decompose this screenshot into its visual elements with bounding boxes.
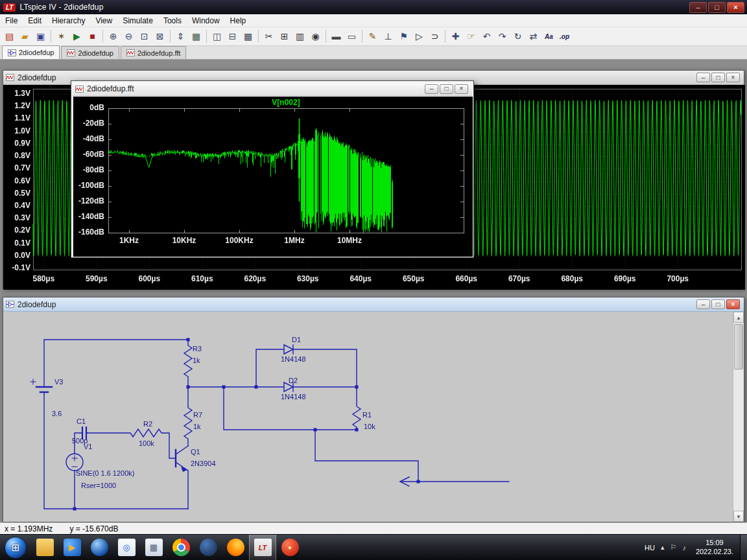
tile-vertically-button[interactable]: ◫	[209, 29, 224, 44]
close-button[interactable]: ×	[726, 73, 740, 82]
schematic-window-titlebar[interactable]: 2diodefdup–□×	[3, 298, 744, 312]
maximize-button[interactable]: □	[711, 73, 725, 82]
text-button[interactable]: Aa	[541, 29, 556, 44]
zoom-full-extents-button[interactable]: ⊠	[152, 29, 167, 44]
tab-1-2diodefdup[interactable]: 2diodefdup	[2, 45, 60, 59]
volume-icon[interactable]: ♪	[682, 544, 686, 552]
plot-settings-button[interactable]: ▦	[189, 29, 204, 44]
taskbar-blue-orb-app[interactable]	[86, 535, 113, 560]
menu-tools[interactable]: Tools	[158, 14, 187, 27]
minimize-button[interactable]: –	[425, 84, 438, 94]
wave-x-tick-label: 590µs	[77, 274, 116, 283]
tile-horizontally-button[interactable]: ⊟	[225, 29, 240, 44]
label-r1-value: 10k	[364, 423, 375, 430]
close-button[interactable]: ×	[455, 84, 468, 94]
schematic-scrollbar[interactable]: ▴ ▾	[733, 312, 744, 522]
net-label-button[interactable]: ⚑	[396, 29, 411, 44]
cascade-windows-button[interactable]: ▩	[241, 29, 255, 44]
show-desktop-button[interactable]	[740, 535, 747, 560]
move-button[interactable]: ✚	[448, 29, 463, 44]
action-center-flag-icon[interactable]: ⚐	[670, 543, 677, 552]
copy-button[interactable]: ⊞	[277, 29, 292, 44]
print-preview-button[interactable]: ▭	[344, 29, 359, 44]
taskbar-media-player[interactable]: ▶	[58, 535, 86, 560]
component-d1-diode[interactable]	[284, 345, 293, 354]
run-simulation-button[interactable]: ▶	[69, 29, 84, 44]
control-panel-button[interactable]: ✶	[54, 29, 69, 44]
menu-window[interactable]: Window	[187, 14, 225, 27]
taskbar-chrome[interactable]	[167, 535, 195, 560]
maximize-button[interactable]: □	[711, 299, 725, 309]
component-button[interactable]: ⊃	[427, 29, 442, 44]
taskbar-image-viewer[interactable]: ◎	[113, 535, 140, 560]
ground-button[interactable]: ⊥	[381, 29, 396, 44]
fft-plot-area[interactable]: V[n002] 0dB-20dB-40dB-60dB-80dB-100dB-12…	[73, 97, 471, 255]
cut-button[interactable]: ✂	[261, 29, 276, 44]
scrollbar-thumb[interactable]	[734, 324, 743, 369]
find-button[interactable]: ◉	[308, 29, 323, 44]
tab-3-2diodefdup.fft[interactable]: 2diodefdup.fft	[121, 46, 186, 59]
drag-button[interactable]: ☞	[464, 29, 479, 44]
spice-directive-button[interactable]: .op	[557, 29, 572, 44]
redo-button[interactable]: ↷	[495, 29, 510, 44]
tab-2-2diodefdup[interactable]: 2diodefdup	[61, 46, 119, 59]
menu-help[interactable]: Help	[225, 14, 252, 27]
scrollbar-track[interactable]	[733, 323, 744, 511]
menu-hierarchy[interactable]: Hierarchy	[47, 14, 90, 27]
mirror-button[interactable]: ⇄	[526, 29, 541, 44]
schematic-canvas[interactable]: V3 3.6 R3 1k D1 1N4148 D2 1N4148 R1 10k …	[3, 312, 734, 522]
paste-button[interactable]: ▥	[292, 29, 307, 44]
component-r1-resistor[interactable]	[353, 387, 361, 430]
component-r7-resistor[interactable]	[184, 387, 192, 446]
menu-simulate[interactable]: Simulate	[117, 14, 158, 27]
title-bar[interactable]: LT LTspice IV - 2diodefdup –□×	[0, 0, 747, 14]
undo-button[interactable]: ↶	[479, 29, 494, 44]
menu-edit[interactable]: Edit	[23, 14, 47, 27]
fft-window-titlebar[interactable]: 2diodefdup.fft–□×	[73, 82, 472, 96]
ltspice-icon: LT	[254, 539, 272, 556]
scroll-up-button[interactable]: ▴	[733, 312, 744, 323]
wave-y-tick-label: 1.3V	[5, 89, 30, 98]
zoom-back-button[interactable]: ⊖	[121, 29, 136, 44]
schematic-editor[interactable]: V3 3.6 R3 1k D1 1N4148 D2 1N4148 R1 10k …	[3, 312, 744, 522]
taskbar-calculator[interactable]: ▦	[140, 535, 167, 560]
fft-trace-label[interactable]: V[n002]	[108, 98, 464, 107]
taskbar-windows-explorer[interactable]	[31, 535, 58, 560]
open-file-button[interactable]: ▰	[18, 29, 32, 44]
desktop: { "titlebar": { "logo": "LT", "title": "…	[0, 0, 747, 560]
taskbar-dark-blue-app[interactable]	[195, 535, 222, 560]
scroll-down-button[interactable]: ▾	[733, 511, 744, 522]
zoom-in-button[interactable]: ⊕	[106, 29, 121, 44]
start-button[interactable]: ⊞	[0, 535, 31, 560]
component-q1-transistor[interactable]	[176, 446, 188, 509]
component-v3-battery[interactable]	[30, 379, 52, 392]
menu-view[interactable]: View	[90, 14, 117, 27]
window-maximize-button[interactable]: □	[708, 2, 726, 13]
language-indicator[interactable]: HU	[645, 544, 655, 552]
close-button[interactable]: ×	[726, 299, 740, 309]
autorange-y-axis-button[interactable]: ⇕	[173, 29, 188, 44]
taskbar-ltspice[interactable]: LT	[249, 535, 276, 560]
minimize-button[interactable]: –	[696, 299, 710, 309]
halt-simulation-button[interactable]: ■	[85, 29, 100, 44]
save-button[interactable]: ▣	[33, 29, 48, 44]
zoom-area-button[interactable]: ⊡	[137, 29, 152, 44]
diode-button[interactable]: ▷	[412, 29, 427, 44]
component-r3-resistor[interactable]	[184, 340, 192, 387]
new-schematic-button[interactable]: ▤	[2, 29, 17, 44]
maximize-button[interactable]: □	[440, 84, 453, 94]
window-minimize-button[interactable]: –	[689, 2, 707, 13]
draw-wire-button[interactable]: ✎	[365, 29, 380, 44]
menu-file[interactable]: File	[0, 14, 23, 27]
print-button[interactable]: ▬	[329, 29, 344, 44]
minimize-button[interactable]: –	[696, 73, 710, 82]
window-close-button[interactable]: ×	[727, 2, 744, 13]
taskbar-irfanview[interactable]: ●	[276, 535, 303, 560]
taskbar-clock[interactable]: 15:092022.02.23.	[692, 539, 737, 557]
fft-plot-canvas[interactable]	[73, 97, 473, 257]
rotate-button[interactable]: ↻	[510, 29, 525, 44]
component-r2-resistor[interactable]	[88, 429, 176, 458]
hidden-icons-button[interactable]: ▴	[661, 543, 665, 552]
component-v1-source[interactable]	[66, 454, 83, 471]
taskbar-firefox[interactable]	[222, 535, 249, 560]
